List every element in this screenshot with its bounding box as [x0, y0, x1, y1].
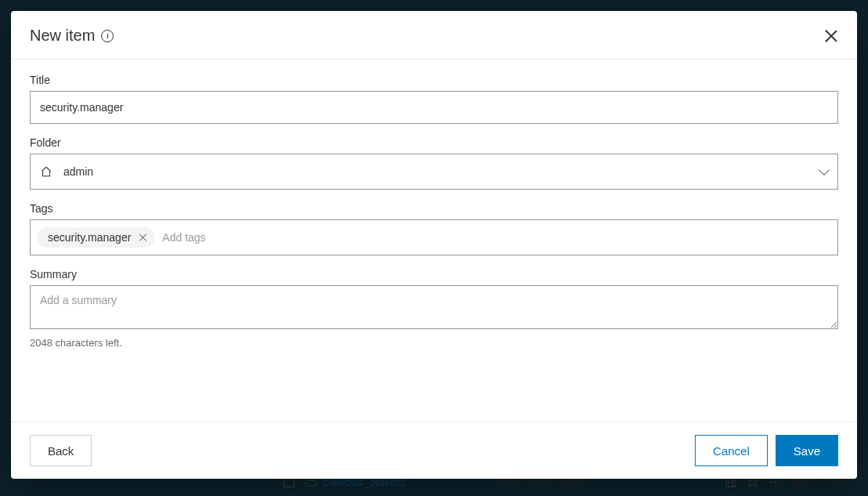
modal-footer: Back Cancel Save: [11, 422, 857, 479]
summary-label: Summary: [30, 268, 838, 281]
title-field: Title: [30, 74, 838, 124]
folder-field: Folder admin: [30, 136, 838, 190]
folder-value: admin: [63, 165, 93, 178]
tags-label: Tags: [30, 202, 838, 215]
folder-label: Folder: [30, 136, 838, 149]
tag-remove-button[interactable]: [139, 233, 148, 242]
cancel-button[interactable]: Cancel: [695, 435, 768, 466]
tags-input[interactable]: [161, 228, 831, 247]
title-label: Title: [30, 74, 838, 86]
tags-input-wrap[interactable]: security.manager: [30, 219, 838, 255]
summary-field: Summary 2048 characters left.: [30, 268, 838, 349]
back-button[interactable]: Back: [30, 435, 92, 466]
summary-helper-text: 2048 characters left.: [30, 337, 838, 349]
folder-select[interactable]: admin: [30, 154, 838, 190]
tag-chip: security.manager: [37, 227, 154, 248]
tag-chip-label: security.manager: [48, 231, 131, 244]
info-icon[interactable]: i: [101, 30, 114, 42]
title-input[interactable]: [30, 91, 838, 124]
summary-textarea[interactable]: [30, 285, 838, 329]
close-button[interactable]: [824, 29, 838, 43]
new-item-modal: New item i Title Folder admin Tags: [11, 11, 857, 479]
save-button[interactable]: Save: [776, 435, 838, 466]
home-icon: [40, 166, 52, 177]
chevron-down-icon: [819, 165, 830, 176]
modal-header: New item i: [11, 11, 857, 60]
modal-body: Title Folder admin Tags security.manager: [11, 60, 857, 422]
tags-field: Tags security.manager: [30, 202, 838, 255]
modal-title: New item: [30, 27, 95, 45]
